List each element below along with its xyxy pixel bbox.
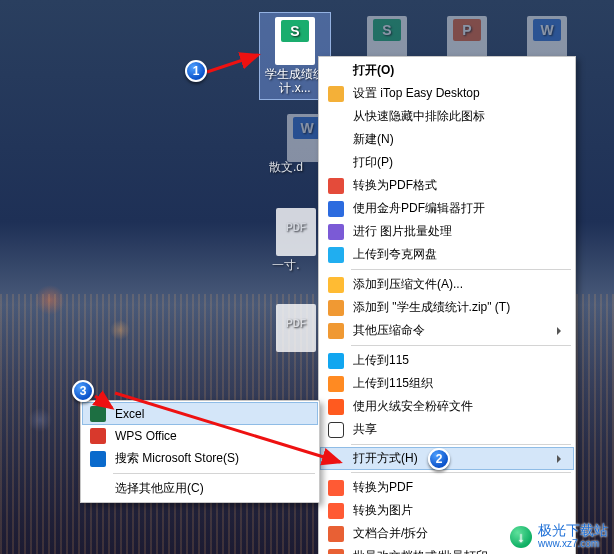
menu-label: 转换为PDF [353,479,413,496]
menu-other-zip[interactable]: 其他压缩命令 [321,319,573,342]
pdf-icon [276,208,316,256]
zip-icon [328,277,344,293]
zip-icon [328,323,344,339]
menu-label: 使用金舟PDF编辑器打开 [353,200,485,217]
menu-new[interactable]: 新建(N) [321,128,573,151]
context-menu: 打开(O) 设置 iTop Easy Desktop 从快速隐藏中排除此图标 新… [318,56,576,554]
menu-label: 上传到115组织 [353,375,433,392]
quark-icon [328,247,344,263]
wps-icon [328,503,344,519]
menu-label: 选择其他应用(C) [115,480,204,497]
wps-icon [328,480,344,496]
menu-label: 上传到夸克网盘 [353,246,437,263]
image-icon [328,224,344,240]
menu-label: 批量改文档格式/批量打印 [353,548,488,554]
file-label: 散文.d [250,160,322,178]
file-label-only[interactable]: 一寸. [250,258,322,276]
submenu-other-app[interactable]: 选择其他应用(C) [83,477,317,500]
file-label: 一寸. [250,258,322,276]
menu-label: 添加到压缩文件(A)... [353,276,463,293]
huorong-icon [328,399,344,415]
menu-separator [351,345,571,346]
pdf-icon [328,178,344,194]
menu-add-zip-named[interactable]: 添加到 "学生成绩统计.zip" (T) [321,296,573,319]
menu-hide-icon[interactable]: 从快速隐藏中排除此图标 [321,105,573,128]
115-icon [328,353,344,369]
submenu-store[interactable]: 搜索 Microsoft Store(S) [83,447,317,470]
spreadsheet-icon [275,17,315,65]
wps-doc-icon [328,549,344,555]
ms-store-icon [90,451,106,467]
menu-label: 打开方式(H) [353,450,418,467]
menu-label: 转换为图片 [353,502,413,519]
watermark-icon [510,526,532,548]
menu-separator [113,473,315,474]
menu-upload-115org[interactable]: 上传到115组织 [321,372,573,395]
menu-label: 使用火绒安全粉碎文件 [353,398,473,415]
menu-label: 打开(O) [353,62,394,79]
wps-office-icon [90,428,106,444]
wps-doc-icon [328,526,344,542]
open-with-submenu: Excel WPS Office 搜索 Microsoft Store(S) 选… [80,400,320,503]
zip-icon [328,300,344,316]
menu-jz-pdf[interactable]: 使用金舟PDF编辑器打开 [321,197,573,220]
menu-label: 设置 iTop Easy Desktop [353,85,480,102]
menu-batch-img[interactable]: 进行 图片批量处理 [321,220,573,243]
menu-label: 转换为PDF格式 [353,177,437,194]
watermark: 极光下载站 www.xz7.com [510,524,608,550]
pdf-icon [276,304,316,352]
watermark-url: www.xz7.com [538,537,608,550]
menu-upload-115[interactable]: 上传到115 [321,349,573,372]
menu-wps-img[interactable]: 转换为图片 [321,499,573,522]
menu-separator [351,269,571,270]
menu-label: 打印(P) [353,154,393,171]
menu-huorong[interactable]: 使用火绒安全粉碎文件 [321,395,573,418]
submenu-excel[interactable]: Excel [82,402,318,425]
menu-label: 文档合并/拆分 [353,525,428,542]
menu-label: 上传到115 [353,352,409,369]
menu-separator [351,444,571,445]
menu-open-with[interactable]: 打开方式(H) [320,447,574,470]
excel-icon [90,406,106,422]
desktop: 学生成绩统计.x... 极... 散文.d 一寸. 打开(O) 设置 iTop … [0,0,614,554]
menu-label: 搜索 Microsoft Store(S) [115,450,239,467]
share-icon [328,422,344,438]
menu-label: 共享 [353,421,377,438]
itop-icon [328,86,344,102]
menu-upload-kk[interactable]: 上传到夸克网盘 [321,243,573,266]
watermark-title: 极光下载站 [538,524,608,537]
115-org-icon [328,376,344,392]
submenu-wps[interactable]: WPS Office [83,424,317,447]
jz-icon [328,201,344,217]
menu-to-pdf[interactable]: 转换为PDF格式 [321,174,573,197]
menu-print[interactable]: 打印(P) [321,151,573,174]
menu-add-zip[interactable]: 添加到压缩文件(A)... [321,273,573,296]
menu-label: 新建(N) [353,131,394,148]
menu-label: 进行 图片批量处理 [353,223,452,240]
menu-label: 其他压缩命令 [353,322,425,339]
menu-label: 从快速隐藏中排除此图标 [353,108,485,125]
menu-open[interactable]: 打开(O) [321,59,573,82]
menu-wps-pdf[interactable]: 转换为PDF [321,476,573,499]
menu-separator [351,472,571,473]
menu-label: Excel [115,407,144,421]
menu-itop[interactable]: 设置 iTop Easy Desktop [321,82,573,105]
file-label-only[interactable]: 散文.d [250,160,322,178]
menu-label: WPS Office [115,429,177,443]
menu-share[interactable]: 共享 [321,418,573,441]
menu-label: 添加到 "学生成绩统计.zip" (T) [353,299,510,316]
